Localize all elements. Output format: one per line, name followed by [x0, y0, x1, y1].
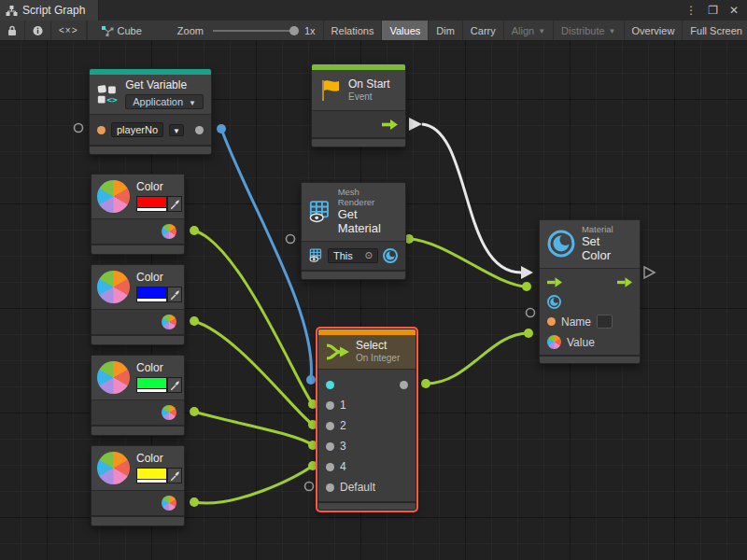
wire-select-to-value[interactable]	[426, 333, 529, 384]
node-color-yellow[interactable]: Color	[91, 445, 185, 526]
wire-color1-to-select1[interactable]	[194, 231, 313, 404]
node-color-red[interactable]: Color	[91, 174, 185, 255]
color-output-port[interactable]	[162, 315, 176, 329]
maximize-icon[interactable]: ❐	[705, 4, 721, 17]
option-port-3[interactable]	[326, 442, 334, 451]
lock-button[interactable]	[0, 21, 25, 40]
unconnected-port[interactable]	[305, 483, 314, 491]
color-output-port[interactable]	[162, 224, 176, 239]
wire-endpoint[interactable]	[308, 441, 317, 450]
unconnected-flow-port[interactable]	[644, 267, 655, 278]
node-get-material[interactable]: Mesh Renderer Get Material This ⊙	[301, 182, 406, 280]
fullscreen-button[interactable]: Full Screen	[683, 21, 747, 40]
option-port-1[interactable]	[326, 401, 334, 410]
color-swatch[interactable]	[136, 287, 167, 302]
variable-name-dropdown[interactable]: ▼	[169, 124, 184, 136]
node-set-color[interactable]: Material Set Color	[539, 219, 641, 364]
graph-target-label: Cube	[118, 25, 142, 36]
name-input-port[interactable]	[97, 126, 106, 134]
wire-endpoint[interactable]	[306, 375, 316, 385]
option-label: 2	[340, 419, 346, 432]
flow-output-port[interactable]	[382, 119, 398, 130]
color-wheel-icon	[97, 180, 130, 213]
wire-color4-to-select4[interactable]	[194, 466, 313, 503]
window-menu-icon[interactable]: ⋮	[683, 4, 699, 17]
material-input-port[interactable]	[547, 295, 561, 309]
zoom-slider[interactable]	[213, 30, 295, 32]
relations-toggle[interactable]: Relations	[323, 21, 383, 40]
color-swatch[interactable]	[136, 196, 167, 212]
flow-wire-start-arrow[interactable]	[409, 118, 422, 131]
zoom-slider-handle[interactable]	[289, 26, 299, 35]
wire-endpoint[interactable]	[190, 226, 199, 235]
value-input-port[interactable]	[547, 335, 561, 349]
tab-script-graph[interactable]: Script Graph	[0, 0, 99, 21]
graph-canvas[interactable]: <> Get Variable Application ▼ playerNo ▼	[0, 41, 747, 560]
color-output-port[interactable]	[162, 405, 176, 420]
wire-playerno-to-select[interactable]	[221, 129, 311, 379]
wire-getmaterial-to-setcolor[interactable]	[409, 239, 527, 287]
graph-target-button[interactable]: Cube	[93, 21, 149, 40]
wire-endpoint[interactable]	[308, 399, 317, 409]
name-field[interactable]	[597, 315, 613, 329]
dim-toggle[interactable]: Dim	[429, 21, 463, 40]
renderer-input-port[interactable]	[309, 248, 323, 262]
node-select[interactable]: Select On Integer 1 2	[317, 329, 416, 511]
wire-endpoint[interactable]	[522, 282, 531, 291]
node-color-blue[interactable]: Color	[91, 264, 185, 345]
overview-button[interactable]: Overview	[625, 21, 684, 40]
node-subtitle: Event	[348, 91, 390, 103]
eyedropper-button[interactable]	[167, 287, 182, 302]
carry-toggle[interactable]: Carry	[463, 21, 504, 40]
wire-onstart-to-setcolor[interactable]	[422, 124, 521, 273]
wire-endpoint[interactable]	[308, 461, 317, 470]
color-swatch[interactable]	[136, 377, 167, 393]
flow-wire-end-arrow[interactable]	[521, 266, 533, 279]
node-title: Color	[136, 362, 182, 375]
material-output-port[interactable]	[383, 248, 398, 263]
selection-output-port[interactable]	[400, 381, 408, 389]
wire-color3-to-select3[interactable]	[194, 412, 313, 445]
node-footer	[92, 334, 184, 344]
wire-endpoint[interactable]	[421, 379, 430, 388]
wire-endpoint[interactable]	[190, 407, 199, 416]
wire-endpoint[interactable]	[524, 329, 533, 338]
flow-input-port[interactable]	[547, 277, 562, 287]
color-swatch[interactable]	[136, 468, 167, 483]
node-color-green[interactable]: Color	[91, 355, 185, 436]
value-label: Value	[567, 336, 595, 349]
color-wheel-icon	[97, 271, 130, 303]
distribute-dropdown[interactable]: Distribute ▼	[554, 21, 624, 40]
option-port-2[interactable]	[326, 422, 334, 430]
values-toggle[interactable]: Values	[382, 21, 429, 40]
variable-name-field[interactable]: playerNo	[111, 122, 163, 137]
eyedropper-button[interactable]	[167, 468, 182, 483]
node-get-variable[interactable]: <> Get Variable Application ▼ playerNo ▼	[89, 68, 212, 155]
code-view-button[interactable]: <×>	[51, 21, 87, 40]
eyedropper-button[interactable]	[167, 196, 182, 212]
unconnected-port[interactable]	[527, 309, 535, 317]
target-value: This	[333, 250, 353, 261]
unconnected-port[interactable]	[75, 124, 83, 133]
node-on-start[interactable]: On Start Event	[311, 63, 406, 147]
eyedropper-button[interactable]	[167, 377, 182, 393]
option-port-default[interactable]	[326, 483, 334, 492]
align-dropdown[interactable]: Align ▼	[504, 21, 554, 40]
option-port-4[interactable]	[326, 463, 334, 471]
name-input-port[interactable]	[547, 317, 556, 326]
wire-endpoint[interactable]	[308, 420, 317, 429]
value-output-port[interactable]	[195, 126, 204, 134]
info-icon	[33, 25, 43, 36]
flow-output-port[interactable]	[617, 277, 632, 287]
wire-endpoint[interactable]	[217, 124, 226, 133]
variable-scope-dropdown[interactable]: Application ▼	[125, 94, 204, 110]
color-output-port[interactable]	[162, 496, 176, 511]
close-icon[interactable]: ✕	[726, 4, 741, 17]
tab-bar: Script Graph ⋮ ❐ ✕	[0, 0, 747, 21]
info-button[interactable]	[25, 21, 51, 40]
unconnected-port[interactable]	[287, 235, 295, 244]
selector-input-port[interactable]	[326, 381, 334, 389]
wire-endpoint[interactable]	[190, 316, 199, 326]
wire-endpoint[interactable]	[190, 497, 199, 507]
target-field[interactable]: This ⊙	[328, 248, 378, 263]
